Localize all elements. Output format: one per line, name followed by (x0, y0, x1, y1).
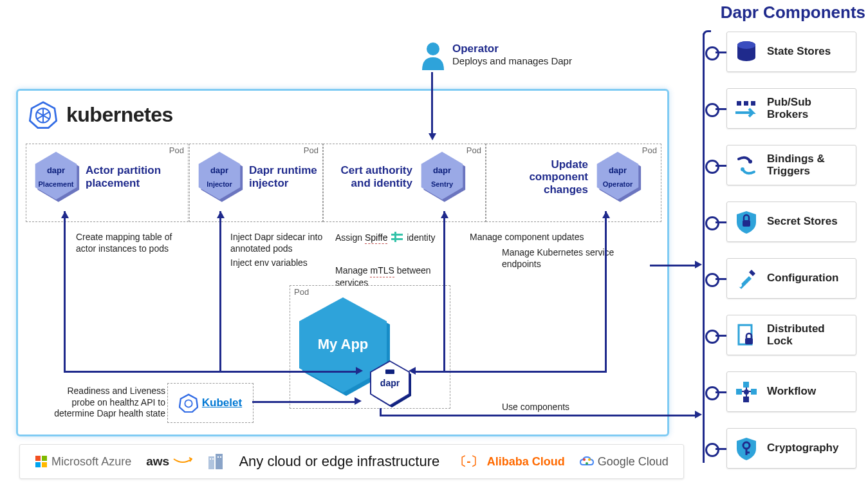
component-configuration: Configuration (726, 258, 856, 299)
pod-kubelet: Kubelet (167, 383, 254, 423)
svg-point-51 (744, 389, 749, 395)
desc-operator-1: Manage component updates (470, 232, 605, 243)
component-label: Workflow (767, 386, 816, 398)
desc-injector-1: Inject Dapr sidecar into annotated pods (230, 232, 327, 254)
svg-rect-16 (394, 232, 396, 242)
aws-icon (173, 457, 192, 466)
component-workflow: Workflow (726, 371, 856, 412)
bus-connector-icon (705, 46, 719, 61)
svg-rect-15 (391, 238, 403, 240)
component-state-stores: State Stores (726, 32, 856, 72)
component-label: Cryptography (767, 442, 838, 454)
kubelet-label: Kubelet (202, 397, 242, 409)
logo-azure: Microsoft Azure (35, 455, 131, 469)
pod-placement: Pod dapr Placement Actor partition place… (26, 144, 189, 222)
svg-rect-25 (35, 462, 41, 467)
kubernetes-title: kubernetes (29, 100, 173, 129)
component-lock: Distributed Lock (726, 315, 856, 355)
component-label: Bindings & Triggers (767, 153, 849, 177)
person-icon (420, 42, 446, 70)
tools-icon (734, 266, 759, 292)
pod-sentry: Pod Cert authority and identity dapr Sen… (323, 144, 486, 222)
shield-key-icon (734, 436, 759, 462)
svg-rect-50 (743, 397, 749, 402)
svg-point-33 (583, 458, 586, 461)
pod-app: Pod My App dapr (290, 285, 450, 409)
kubelet-icon (179, 393, 198, 413)
logo-aws: aws (146, 454, 192, 469)
desc-injector-2: Inject env variables (230, 257, 333, 269)
logo-alibaba: 〔-〕 Alibaba Cloud (454, 453, 564, 470)
operator-name: Operator (452, 42, 499, 55)
pod-label: Pod (304, 145, 319, 155)
components-heading: Dapr Components (698, 3, 865, 23)
dapr-placement-hex-icon: dapr Placement (32, 149, 80, 205)
svg-rect-14 (391, 234, 403, 236)
pod-placement-text: Actor partition placement (86, 164, 183, 189)
svg-rect-46 (745, 338, 753, 344)
pod-operator: Pod Update component changes dapr Operat… (486, 144, 661, 222)
svg-point-35 (586, 462, 588, 465)
pod-sentry-text: Cert authority and identity (329, 164, 412, 189)
desc-kubelet: Readiness and Liveness probe on healthz … (46, 386, 165, 420)
svg-point-5 (427, 42, 439, 55)
component-label: Configuration (767, 272, 838, 285)
component-pubsub: Pub/Sub Brokers (726, 88, 856, 129)
components-bus-line (703, 33, 705, 463)
svg-rect-38 (737, 101, 741, 106)
svg-point-37 (737, 41, 755, 49)
svg-rect-26 (42, 462, 47, 467)
azure-icon (35, 455, 48, 468)
logo-buildings (207, 453, 224, 471)
desc-use-components: Use components (502, 402, 569, 413)
bus-connector-icon (705, 386, 719, 400)
logo-google: Google Cloud (580, 455, 669, 469)
svg-rect-49 (743, 382, 749, 388)
svg-rect-30 (212, 458, 214, 460)
lock-icon (734, 322, 759, 348)
svg-rect-28 (216, 454, 223, 469)
desc-placement: Create mapping table of actor instances … (76, 232, 192, 254)
bus-connector-icon (705, 160, 719, 174)
workflow-icon (734, 379, 759, 405)
svg-marker-21 (180, 395, 198, 412)
pod-injector-text: Dapr runtime injector (249, 164, 317, 189)
spiffe-icon (391, 232, 403, 242)
buildings-icon (207, 453, 224, 471)
bindings-icon (734, 153, 759, 178)
svg-point-44 (738, 283, 742, 287)
pod-label: Pod (466, 145, 481, 155)
svg-rect-47 (736, 389, 742, 395)
component-bindings: Bindings & Triggers (726, 145, 856, 185)
svg-rect-39 (744, 101, 748, 106)
pod-operator-text: Update component changes (492, 158, 588, 196)
kubernetes-icon (29, 100, 57, 129)
component-label: State Stores (767, 46, 831, 58)
bus-connector-icon (705, 443, 719, 457)
svg-rect-31 (217, 456, 219, 458)
operator-desc: Deploys and manages Dapr (452, 55, 572, 66)
svg-point-42 (741, 167, 744, 171)
app-name: My App (295, 336, 391, 353)
database-icon (734, 39, 759, 65)
cloud-bar: Microsoft Azure aws Any cloud or edge in… (19, 444, 684, 479)
pod-label: Pod (642, 145, 657, 155)
kubernetes-title-label: kubernetes (66, 103, 173, 127)
dapr-injector-hex-icon: dapr Injector (195, 149, 244, 205)
svg-point-34 (588, 458, 591, 461)
component-label: Distributed Lock (767, 323, 849, 347)
component-secrets: Secret Stores (726, 201, 856, 242)
cloud-bar-center: Any cloud or edge infrastructure (239, 453, 439, 470)
component-label: Secret Stores (767, 216, 838, 228)
svg-rect-40 (751, 101, 755, 106)
svg-rect-29 (210, 458, 211, 460)
pod-label: Pod (169, 145, 184, 155)
svg-rect-24 (42, 456, 47, 461)
svg-rect-43 (743, 220, 750, 227)
svg-point-41 (748, 160, 752, 164)
desc-operator-2: Manage Kubernetes service endpoints (502, 247, 643, 270)
bus-connector-icon (705, 103, 719, 117)
bus-connector-icon (705, 330, 719, 344)
operator-block: Operator Deploys and manages Dapr (420, 42, 572, 70)
google-cloud-icon (580, 456, 594, 467)
